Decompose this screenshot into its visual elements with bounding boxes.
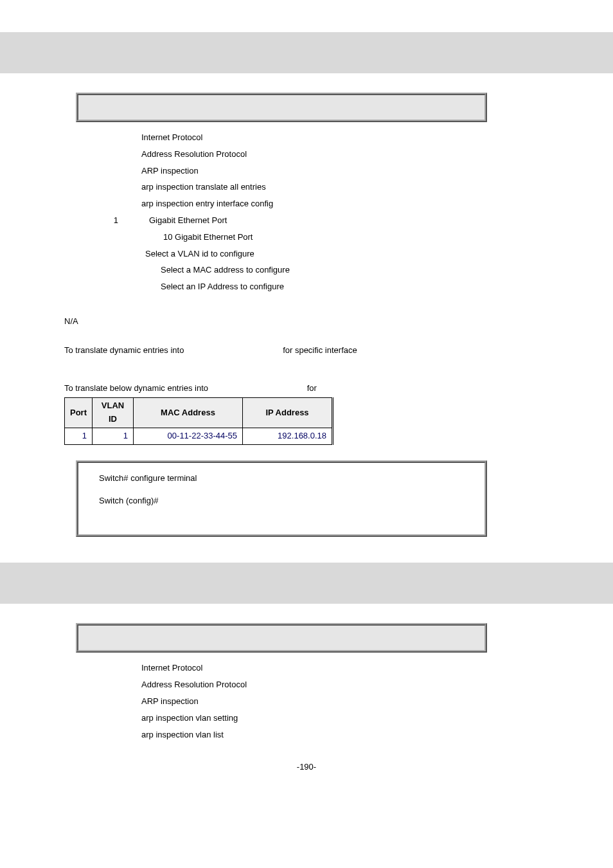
table-header-row: Port VLAN ID MAC Address IP Address xyxy=(65,398,333,428)
def-row: Internet Protocol xyxy=(84,131,549,145)
content-block-2: Internet Protocol Address Resolution Pro… xyxy=(0,623,613,741)
def-term xyxy=(84,131,141,145)
content-block-1: Internet Protocol Address Resolution Pro… xyxy=(0,93,613,537)
def-term xyxy=(84,678,141,692)
code-line-2: Switch (config)# xyxy=(99,494,464,508)
def-desc: Address Resolution Protocol xyxy=(141,148,247,161)
subdef-num: 1 xyxy=(84,214,129,228)
th-port: Port xyxy=(65,398,93,428)
td-vlanid: 1 xyxy=(93,428,134,444)
subdef-term xyxy=(129,231,163,244)
def-term xyxy=(84,728,141,742)
table-row: 1 1 00-11-22-33-44-55 192.168.0.18 xyxy=(65,428,333,444)
def-row: arp inspection entry interface config xyxy=(84,197,549,211)
def-desc: Internet Protocol xyxy=(141,131,202,145)
arp-table: Port VLAN ID MAC Address IP Address 1 1 … xyxy=(64,397,333,444)
def-row: Address Resolution Protocol xyxy=(84,678,549,692)
definition-list-2: Internet Protocol Address Resolution Pro… xyxy=(84,662,549,741)
example-text-c: for xyxy=(307,382,317,395)
subdef-term xyxy=(129,214,149,228)
def-desc: ARP inspection xyxy=(141,165,199,178)
subdef2-desc: Select a MAC address to configure xyxy=(161,264,290,277)
example-line: To translate below dynamic entries into … xyxy=(64,382,549,395)
subdef-row: 10 Gigabit Ethernet Port xyxy=(84,231,549,244)
usage-text-c: for specific interface xyxy=(283,344,357,357)
subdef-desc: Gigabit Ethernet Port xyxy=(149,214,227,228)
code-prompt-b: )# xyxy=(151,496,159,505)
section-header-2 xyxy=(0,563,613,604)
def-term xyxy=(84,181,141,194)
def-row: arp inspection translate all entries xyxy=(84,181,549,194)
def-row: arp inspection vlan setting xyxy=(84,712,549,725)
definition-list-1: Internet Protocol Address Resolution Pro… xyxy=(84,131,549,294)
def-term xyxy=(84,662,141,675)
page-number: -190- xyxy=(0,761,613,774)
subdef-num xyxy=(84,231,129,244)
def-row: arp inspection vlan list xyxy=(84,728,549,742)
def-term xyxy=(84,197,141,211)
def-row: Address Resolution Protocol xyxy=(84,148,549,161)
default-value: N/A xyxy=(64,315,549,329)
subdef2-row: Select an IP Address to configure xyxy=(84,280,549,294)
th-vlanid: VLAN ID xyxy=(93,398,134,428)
th-ip: IP Address xyxy=(243,398,333,428)
def-term xyxy=(84,712,141,725)
subdef-desc: 10 Gigabit Ethernet Port xyxy=(163,231,253,244)
def-row: ARP inspection xyxy=(84,695,549,709)
code-line-1: Switch# configure terminal xyxy=(99,472,464,485)
subdef2-term xyxy=(114,264,161,277)
def-desc: arp inspection vlan setting xyxy=(141,712,238,725)
td-mac: 00-11-22-33-44-55 xyxy=(134,428,243,444)
page: Internet Protocol Address Resolution Pro… xyxy=(0,0,613,793)
command-box-1 xyxy=(76,93,487,122)
def-row: ARP inspection xyxy=(84,165,549,178)
code-prompt-a: Switch (config xyxy=(99,496,151,505)
def-term xyxy=(84,165,141,178)
usage-text-a: To translate dynamic entries into xyxy=(64,344,184,357)
subdef2-row: Select a VLAN id to configure xyxy=(84,248,549,261)
td-port: 1 xyxy=(65,428,93,444)
subdef2-term xyxy=(114,280,161,294)
def-term xyxy=(84,695,141,709)
def-desc: Internet Protocol xyxy=(141,662,202,675)
subdef-row: 1 Gigabit Ethernet Port xyxy=(84,214,549,228)
subdef2-row: Select a MAC address to configure xyxy=(84,264,549,277)
subdef2-desc: Select a VLAN id to configure xyxy=(145,248,254,261)
def-term xyxy=(84,148,141,161)
def-desc: arp inspection vlan list xyxy=(141,728,224,742)
section-header-1 xyxy=(0,32,613,73)
example-text-a: To translate below dynamic entries into xyxy=(64,382,208,395)
command-box-2 xyxy=(76,623,487,653)
td-ip: 192.168.0.18 xyxy=(243,428,333,444)
def-row: Internet Protocol xyxy=(84,662,549,675)
def-desc: arp inspection translate all entries xyxy=(141,181,266,194)
th-mac: MAC Address xyxy=(134,398,243,428)
def-desc: ARP inspection xyxy=(141,695,199,709)
def-desc: Address Resolution Protocol xyxy=(141,678,247,692)
def-desc: arp inspection entry interface config xyxy=(141,197,273,211)
subdef2-term xyxy=(99,248,145,261)
subdef2-desc: Select an IP Address to configure xyxy=(161,280,284,294)
code-box: Switch# configure terminal Switch (confi… xyxy=(76,460,487,538)
usage-line: To translate dynamic entries into static… xyxy=(64,344,549,357)
